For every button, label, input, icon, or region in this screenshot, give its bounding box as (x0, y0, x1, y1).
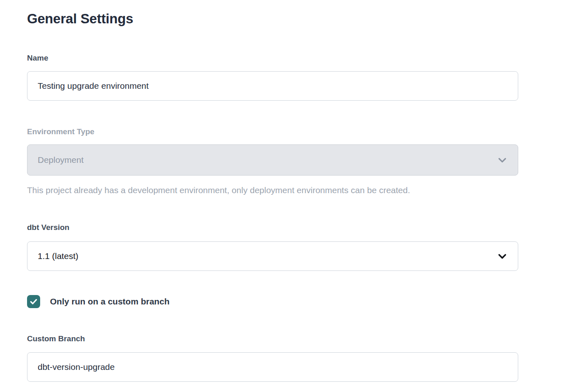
name-field-group: Name (27, 53, 518, 101)
check-icon (29, 297, 38, 306)
general-settings-page: General Settings Name Environment Type D… (0, 0, 518, 382)
name-input[interactable] (27, 71, 518, 101)
environment-type-label: Environment Type (27, 127, 518, 137)
dbt-version-field-group: dbt Version 1.1 (latest) (27, 223, 518, 271)
dbt-version-select[interactable]: 1.1 (latest) (27, 241, 518, 271)
environment-type-value: Deployment (38, 155, 84, 165)
chevron-down-icon (497, 251, 508, 261)
chevron-down-icon (497, 155, 508, 165)
custom-branch-toggle-row: Only run on a custom branch (27, 295, 518, 308)
dbt-version-label: dbt Version (27, 223, 518, 232)
environment-type-helper-text: This project already has a development e… (27, 185, 518, 196)
custom-branch-input[interactable] (27, 352, 518, 382)
custom-branch-checkbox[interactable] (27, 295, 40, 308)
environment-type-select: Deployment (27, 144, 518, 176)
settings-form: Name Environment Type Deployment This pr… (27, 53, 518, 382)
name-label: Name (27, 53, 518, 63)
page-title: General Settings (27, 11, 518, 27)
custom-branch-label: Custom Branch (27, 334, 518, 344)
dbt-version-value: 1.1 (latest) (38, 251, 78, 261)
environment-type-field-group: Environment Type Deployment This project… (27, 127, 518, 196)
custom-branch-toggle-label[interactable]: Only run on a custom branch (50, 297, 170, 306)
custom-branch-field-group: Custom Branch (27, 334, 518, 382)
